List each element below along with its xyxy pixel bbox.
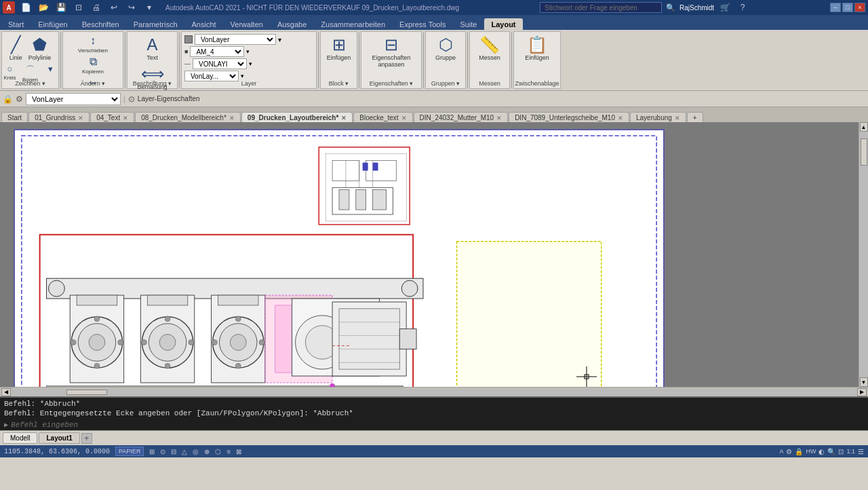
tool-gruppe[interactable]: ⬡ Gruppe — [433, 34, 458, 62]
search-icon[interactable]: 🔍 — [666, 3, 675, 12]
linetype-select[interactable]: VONLAYI — [193, 58, 247, 69]
tool-text[interactable]: A Text — [144, 34, 161, 62]
status-icon-polar[interactable]: △ — [182, 448, 187, 455]
tab-doc-din24032[interactable]: DIN_24032_Mutter_M10 ✕ — [414, 112, 509, 122]
status-icon-grid[interactable]: ⊞ — [149, 448, 155, 455]
layer-color-swatch[interactable] — [184, 35, 193, 43]
vertical-scrollbar[interactable]: ▲ ▼ — [859, 122, 868, 387]
layer-icon2[interactable]: ⊙ — [128, 94, 135, 104]
command-input[interactable] — [11, 421, 864, 429]
qa-open[interactable]: 📂 — [37, 1, 50, 14]
layer-props-btn[interactable]: Layer-Eigenschaften — [138, 95, 200, 102]
tab-doc-bloecke[interactable]: Bloecke_text ✕ — [353, 112, 412, 122]
tool-polylinie[interactable]: ⬟ Polylinie — [26, 34, 54, 62]
status-icon-hardware[interactable]: HW — [806, 448, 816, 455]
status-icon-tmod[interactable]: ⊠ — [236, 448, 241, 455]
tab-doc-grundriss[interactable]: 01_Grundriss ✕ — [28, 112, 90, 122]
help-icon[interactable]: ? — [736, 1, 749, 14]
qa-undo[interactable]: ↩ — [107, 1, 121, 14]
win-minimize[interactable]: − — [830, 3, 841, 12]
close-bloecke[interactable]: ✕ — [401, 115, 407, 121]
hscroll-left-btn[interactable]: ◀ — [1, 388, 11, 396]
scroll-up-btn[interactable]: ▲ — [860, 122, 868, 132]
status-icon-zoom[interactable]: 🔍 — [827, 448, 835, 455]
tab-doc-drucken-layout[interactable]: 09_Drucken_Layoutbereich* ✕ — [241, 112, 353, 122]
qa-dropdown[interactable]: ▾ — [142, 1, 156, 14]
close-din7089[interactable]: ✕ — [618, 115, 623, 121]
color-dropdown-icon[interactable]: ▾ — [246, 48, 250, 55]
close-text[interactable]: ✕ — [123, 115, 128, 121]
tab-einfuegen[interactable]: Einfügen — [31, 18, 74, 30]
hscroll-right-btn[interactable]: ▶ — [857, 388, 867, 396]
hscroll-track[interactable] — [12, 389, 856, 396]
tab-verwalten[interactable]: Verwalten — [224, 18, 270, 30]
hscroll-thumb[interactable] — [66, 390, 107, 395]
status-icon-annoscale[interactable]: 1:1 — [846, 448, 855, 455]
qa-new[interactable]: 📄 — [19, 1, 33, 14]
tab-ausgabe[interactable]: Ausgabe — [271, 18, 313, 30]
tool-linie[interactable]: ╱ Linie — [7, 34, 25, 62]
tab-doc-start[interactable]: Start — [1, 112, 28, 122]
linetype-dropdown-icon[interactable]: ▾ — [249, 60, 252, 67]
close-modell[interactable]: ✕ — [229, 115, 235, 121]
status-icon-ortho[interactable]: ⊟ — [171, 448, 176, 455]
shop-icon[interactable]: 🛒 — [718, 1, 732, 14]
qa-plot[interactable]: 🖨 — [90, 1, 103, 14]
close-grundriss[interactable]: ✕ — [78, 115, 83, 121]
tab-modell[interactable]: Modell — [3, 432, 37, 444]
canvas[interactable]: Pumpstation 2020_02_13_A10 X Y — [0, 122, 868, 387]
status-icon-ws[interactable]: ⚙ — [786, 448, 792, 455]
tool-verschieben[interactable]: ↕ Verschieben — [77, 34, 108, 54]
layer-icon-lock[interactable]: 🔒 — [3, 94, 13, 104]
status-icon-lock[interactable]: 🔒 — [795, 448, 803, 455]
tool-messen[interactable]: 📏 Messen — [476, 34, 503, 62]
tab-suite[interactable]: Suite — [453, 18, 484, 30]
scroll-thumb[interactable] — [861, 138, 867, 166]
qa-saveall[interactable]: ⊡ — [72, 1, 85, 14]
scroll-track[interactable] — [860, 132, 868, 377]
horizontal-scrollbar[interactable]: ◀ ▶ — [0, 387, 868, 396]
layer-icon-settings[interactable]: ⚙ — [16, 94, 23, 104]
qa-redo[interactable]: ↪ — [125, 1, 138, 14]
tab-layout[interactable]: Layout — [484, 18, 522, 30]
tab-layout1[interactable]: Layout1 — [39, 432, 79, 444]
tab-doc-drucken-modell[interactable]: 08_Drucken_Modellbereich* ✕ — [135, 112, 241, 122]
status-icon-dyn[interactable]: ⬡ — [215, 448, 221, 455]
tab-ansicht[interactable]: Ansicht — [185, 18, 223, 30]
tab-start[interactable]: Start — [1, 18, 31, 30]
layer-select[interactable]: VonLayer — [195, 34, 276, 45]
layer-main-select[interactable]: VonLayer — [26, 93, 121, 105]
status-icon-lw[interactable]: ≡ — [226, 448, 231, 455]
status-icon-otrack[interactable]: ⊕ — [204, 448, 210, 455]
tab-parametrisch[interactable]: Parametrisch — [127, 18, 184, 30]
close-layout[interactable]: ✕ — [341, 115, 347, 121]
status-icon-ui[interactable]: ☰ — [858, 448, 864, 455]
search-input[interactable] — [540, 2, 662, 13]
tab-express[interactable]: Express Tools — [393, 18, 452, 30]
close-layerubung[interactable]: ✕ — [675, 115, 680, 121]
status-icon-osnap[interactable]: ◎ — [193, 448, 199, 455]
layer-dropdown-icon[interactable]: ▾ — [278, 36, 281, 43]
tab-doc-text[interactable]: 04_Text ✕ — [90, 112, 134, 122]
tool-clipboard[interactable]: 📋 Einfügen — [522, 34, 552, 62]
tool-eigenschaften[interactable]: ⊟ Eigenschaftenanpassen — [369, 34, 413, 69]
win-close[interactable]: × — [854, 3, 865, 12]
color-select[interactable]: AM_4 — [190, 46, 244, 57]
tab-doc-layerubung[interactable]: Layerubung ✕ — [630, 112, 686, 122]
add-layout-btn[interactable]: + — [81, 433, 92, 444]
win-restore[interactable]: □ — [842, 3, 853, 12]
tool-einfuegen-block[interactable]: ⊞ Einfügen — [324, 34, 354, 62]
status-icon-anno[interactable]: A — [779, 448, 783, 455]
status-icon-nav[interactable]: ⊡ — [838, 448, 844, 455]
status-icon-snap[interactable]: ⊙ — [160, 448, 165, 455]
scroll-down-btn[interactable]: ▼ — [860, 377, 868, 387]
close-din24032[interactable]: ✕ — [496, 115, 502, 121]
qa-save[interactable]: 💾 — [54, 1, 68, 14]
tab-beschriften[interactable]: Beschriften — [75, 18, 126, 30]
tab-doc-din7089[interactable]: DIN_7089_Unterlegscheibe_M10 ✕ — [509, 112, 629, 122]
paper-mode-btn[interactable]: PAPIER — [115, 447, 144, 456]
tab-zusammenarbeiten[interactable]: Zusammenarbeiten — [314, 18, 392, 30]
status-icon-isolate[interactable]: ◐ — [818, 448, 825, 455]
tool-kopieren[interactable]: ⧉ Kopieren — [79, 55, 106, 75]
lineweight-dropdown-icon[interactable]: ▾ — [241, 73, 244, 79]
